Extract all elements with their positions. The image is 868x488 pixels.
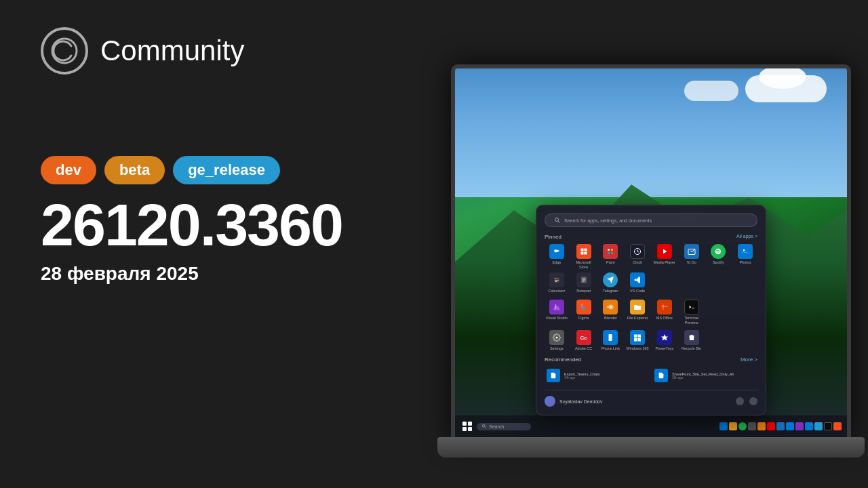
taskbar-icon-5[interactable] xyxy=(786,422,794,430)
svg-point-8 xyxy=(608,249,610,251)
taskbar-telegram-icon[interactable] xyxy=(814,422,823,430)
taskbar-figma-icon[interactable] xyxy=(833,422,842,430)
pinned-app-figma[interactable]: Figma xyxy=(572,300,596,325)
svg-rect-4 xyxy=(580,249,583,251)
laptop-mockup: Search for apps, settings, and documents… xyxy=(434,0,868,488)
badge-ge-release: ge_release xyxy=(173,156,280,184)
pinned-app-blender[interactable]: Blender xyxy=(599,300,623,325)
svg-point-45 xyxy=(610,340,611,340)
svg-point-23 xyxy=(555,281,556,282)
laptop-base xyxy=(437,437,865,458)
svg-point-31 xyxy=(583,306,585,308)
svg-marker-50 xyxy=(661,334,668,341)
pinned-app-paint[interactable]: Paint xyxy=(599,244,623,269)
badges-container: dev beta ge_release xyxy=(41,156,393,184)
rec-item-2[interactable]: SharePoint_Site_Set_Read_Only_All 15h ag… xyxy=(652,367,757,384)
pinned-app-media-player[interactable]: Media Player xyxy=(652,244,677,269)
svg-point-43 xyxy=(555,337,557,339)
start-menu-popup: Search for apps, settings, and documents… xyxy=(536,205,766,415)
taskbar-icon-4[interactable] xyxy=(776,422,785,430)
brand-name: Community xyxy=(100,35,244,67)
svg-rect-15 xyxy=(742,248,749,255)
svg-rect-49 xyxy=(638,338,642,342)
svg-rect-5 xyxy=(584,249,587,251)
pinned-app-phone[interactable]: Phone Link xyxy=(599,330,623,351)
taskbar-icon-3[interactable] xyxy=(767,422,775,430)
pinned-app-vscode[interactable]: VS Code xyxy=(625,272,650,293)
pinned-app-win365[interactable]: Windows 365 xyxy=(625,330,650,351)
svg-point-16 xyxy=(743,249,745,251)
start-user[interactable]: Svyatoslav Demidov xyxy=(545,396,602,407)
svg-marker-13 xyxy=(663,249,667,254)
pinned-app-telegram[interactable]: Telegram xyxy=(599,272,623,293)
svg-rect-6 xyxy=(580,252,583,255)
svg-point-20 xyxy=(555,279,556,281)
svg-point-19 xyxy=(557,278,559,279)
svg-rect-48 xyxy=(634,338,637,342)
pinned-app-photos[interactable]: Photos xyxy=(733,244,757,269)
taskbar-spotify-icon[interactable] xyxy=(738,422,747,430)
svg-rect-7 xyxy=(584,252,587,255)
taskbar-edge-icon[interactable] xyxy=(719,422,728,430)
svg-line-2 xyxy=(558,221,560,223)
pinned-app-todo[interactable]: To Do xyxy=(679,244,704,269)
pinned-app-powertoys[interactable]: PowerToys xyxy=(652,330,677,351)
pinned-section-title: Pinned All apps > xyxy=(545,234,757,240)
svg-point-34 xyxy=(580,306,583,308)
pinned-app-edge[interactable]: Edge xyxy=(545,244,569,269)
windows-taskbar: Search xyxy=(455,415,847,437)
pinned-app-calculator[interactable]: Calculator xyxy=(545,272,569,293)
svg-point-30 xyxy=(583,304,585,306)
rec-item-1[interactable]: Export_Teams_Chats 14h ago xyxy=(545,367,650,384)
pinned-app-recycle[interactable]: Recycle Bin xyxy=(679,330,704,351)
svg-rect-47 xyxy=(638,335,642,338)
start-menu-footer: Svyatoslav Demidov xyxy=(545,390,757,407)
recommended-section-title: Recommended More > xyxy=(545,357,757,363)
pinned-app-store[interactable]: Microsoft Store xyxy=(572,244,596,269)
pinned-app-explorer[interactable]: File Explorer xyxy=(625,300,650,325)
svg-point-1 xyxy=(555,218,559,222)
release-date: 28 февраля 2025 xyxy=(41,263,393,285)
svg-point-11 xyxy=(611,252,613,254)
svg-rect-39 xyxy=(661,305,667,310)
svg-point-21 xyxy=(556,279,557,281)
version-number: 26120.3360 xyxy=(41,195,393,255)
pinned-app-adobe[interactable]: Cc Adobe CC xyxy=(572,330,596,351)
start-button[interactable] xyxy=(460,420,474,433)
svg-point-22 xyxy=(557,279,559,281)
power-footer-icon[interactable] xyxy=(749,397,757,405)
pinned-app-terminal[interactable]: Terminal Preview xyxy=(679,300,704,325)
taskbar-vscode-icon[interactable] xyxy=(805,422,813,430)
pinned-app-vs[interactable]: Visual Studio xyxy=(545,300,569,325)
svg-point-51 xyxy=(482,424,485,427)
svg-rect-46 xyxy=(634,335,637,338)
recommended-items: Export_Teams_Chats 14h ago Sh xyxy=(545,367,757,384)
start-footer-icons xyxy=(736,397,757,405)
svg-point-9 xyxy=(611,249,613,251)
pinned-app-settings[interactable]: Settings xyxy=(545,330,569,351)
badge-dev: dev xyxy=(41,156,96,184)
user-avatar xyxy=(545,396,555,407)
pinned-app-notepad[interactable]: Notepad xyxy=(572,272,596,293)
svg-point-25 xyxy=(557,281,559,282)
taskbar-icon-6[interactable] xyxy=(795,422,804,430)
svg-line-52 xyxy=(485,427,486,428)
settings-footer-icon[interactable] xyxy=(736,397,744,405)
taskbar-icon-1[interactable] xyxy=(748,422,756,430)
svg-point-24 xyxy=(556,281,557,282)
svg-point-10 xyxy=(608,252,610,254)
svg-rect-18 xyxy=(555,278,557,279)
taskbar-explorer-icon[interactable] xyxy=(729,422,737,430)
taskbar-terminal-icon[interactable] xyxy=(824,422,832,430)
svg-point-33 xyxy=(580,304,583,306)
start-search-bar[interactable]: Search for apps, settings, and documents xyxy=(545,214,757,227)
taskbar-search[interactable]: Search xyxy=(477,423,531,430)
pinned-app-clock[interactable]: Clock xyxy=(625,244,650,269)
taskbar-icon-2[interactable] xyxy=(757,422,766,430)
svg-point-32 xyxy=(583,308,585,310)
pinned-app-spotify[interactable]: Spotify xyxy=(707,244,731,269)
brand-logo xyxy=(41,27,88,75)
pinned-apps-grid: Edge Microsoft Store xyxy=(545,244,757,293)
start-search-placeholder: Search for apps, settings, and documents xyxy=(564,218,652,223)
pinned-app-office[interactable]: MS Office xyxy=(652,300,677,325)
